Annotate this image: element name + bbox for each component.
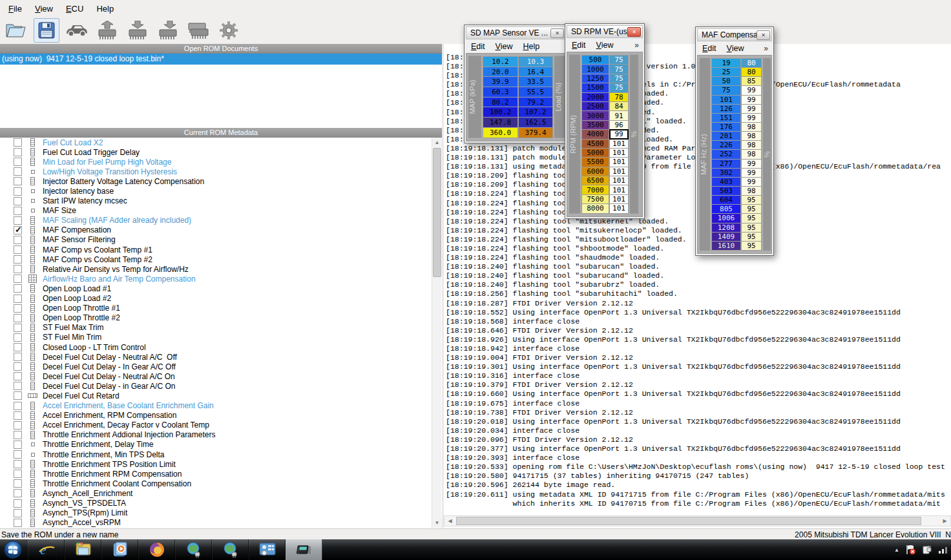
- data-value-cell[interactable]: 75: [610, 56, 628, 64]
- metadata-checkbox[interactable]: [14, 382, 22, 390]
- data-value-cell[interactable]: 75: [610, 83, 628, 92]
- data-value-cell[interactable]: 101: [610, 140, 628, 148]
- metadata-label[interactable]: Low/High Voltage Transition Hysteresis: [43, 167, 177, 176]
- metadata-item[interactable]: Accel Enrichment, Base Coolant Enrichmen…: [0, 401, 442, 411]
- axis-value-cell[interactable]: 6000: [582, 167, 609, 176]
- metadata-checkbox[interactable]: [14, 411, 22, 420]
- data-value-cell[interactable]: 95: [742, 233, 761, 241]
- metadata-checkbox[interactable]: [14, 441, 22, 449]
- metadata-item[interactable]: Injector Battery Voltage Latency Compens…: [0, 176, 442, 186]
- metadata-item[interactable]: ST Fuel Max Trim: [0, 323, 442, 333]
- axis-value-cell[interactable]: 151: [712, 114, 740, 122]
- data-value-cell[interactable]: 99: [742, 178, 761, 186]
- metadata-checkbox[interactable]: [14, 167, 22, 176]
- data-value-cell[interactable]: 96: [610, 121, 628, 129]
- taskbar-media-player[interactable]: [101, 539, 138, 560]
- metadata-item[interactable]: Open Loop Throttle #1: [0, 304, 442, 313]
- metadata-item[interactable]: Throttle Enrichment Addional Injection P…: [0, 430, 442, 440]
- data-value-cell[interactable]: 95: [742, 242, 761, 250]
- axis-value-cell[interactable]: 500: [582, 56, 609, 64]
- metadata-label[interactable]: Throttle Enrichment, Delay Time: [43, 440, 153, 449]
- vehicle-button[interactable]: [64, 18, 90, 43]
- scroll-down-arrow-icon[interactable]: ▼: [432, 518, 442, 528]
- metadata-checkbox[interactable]: [14, 470, 22, 478]
- metadata-item[interactable]: Throttle Enrichment Coolant Compensation: [0, 479, 442, 488]
- taskbar-network-tool-1[interactable]: [175, 539, 212, 560]
- metadata-label[interactable]: Decel Fuel Cut Delay - Neutral A/C Off: [43, 353, 177, 362]
- scroll-left-arrow-icon[interactable]: ◀: [444, 516, 455, 526]
- metadata-label[interactable]: Accel Enrichment, Decay Factor v Coolant…: [43, 420, 209, 430]
- metadata-checkbox[interactable]: [14, 479, 22, 488]
- metadata-label[interactable]: Fuel Cut Load Trigger Delay: [43, 148, 140, 157]
- axis-value-cell[interactable]: 201: [712, 132, 740, 140]
- scroll-up-arrow-icon[interactable]: ▲: [432, 138, 442, 147]
- metadata-checkbox[interactable]: [14, 245, 22, 254]
- data-value-cell[interactable]: 75: [610, 65, 628, 73]
- axis-value-cell[interactable]: 1006: [712, 214, 740, 222]
- data-value-cell[interactable]: 85: [742, 77, 761, 85]
- metadata-checkbox[interactable]: [14, 391, 22, 400]
- axis-value-cell[interactable]: 5500: [582, 158, 609, 166]
- rom-document-item[interactable]: (using now) 9417 12-5-19 closed loop tes…: [0, 54, 442, 65]
- window-menu-item-edit[interactable]: Edit: [471, 42, 485, 51]
- metadata-item[interactable]: ST Fuel Min Trim: [0, 333, 442, 342]
- data-value-cell[interactable]: 98: [742, 123, 761, 131]
- axis-value-cell[interactable]: 39.9: [483, 77, 517, 87]
- metadata-item[interactable]: Open Loop Load #1: [0, 284, 442, 293]
- taskbar-firefox[interactable]: [138, 539, 175, 560]
- metadata-item[interactable]: Open Loop Throttle #2: [0, 313, 442, 323]
- menu-item-file[interactable]: File: [3, 1, 28, 16]
- metadata-label[interactable]: Throttle Enrichment RPM Compensation: [43, 470, 182, 479]
- window-menu-item-view[interactable]: View: [596, 41, 614, 50]
- axis-value-cell[interactable]: 19: [712, 59, 740, 67]
- metadata-checkbox[interactable]: [14, 265, 22, 273]
- metadata-checkbox[interactable]: [14, 304, 22, 313]
- start-button[interactable]: [2, 540, 24, 559]
- metadata-checkbox[interactable]: [14, 177, 22, 185]
- axis-value-cell[interactable]: 100.2: [483, 107, 517, 117]
- metadata-checkbox[interactable]: [14, 216, 22, 225]
- data-value-cell[interactable]: 78: [610, 93, 628, 101]
- scrollbar-thumb[interactable]: [433, 148, 441, 277]
- data-value-cell[interactable]: 99: [742, 169, 761, 177]
- metadata-checkbox[interactable]: [14, 295, 22, 303]
- metadata-label[interactable]: ST Fuel Max Trim: [43, 323, 103, 332]
- data-value-cell[interactable]: 33.5: [519, 77, 552, 87]
- metadata-item[interactable]: Fuel Cut Load X2: [0, 138, 442, 147]
- axis-value-cell[interactable]: 7500: [582, 195, 609, 203]
- metadata-label[interactable]: Fuel Cut Load X2: [43, 138, 103, 147]
- metadata-item[interactable]: Low/High Voltage Transition Hysteresis: [0, 167, 442, 176]
- metadata-label[interactable]: Throttle Enrichment TPS Position Limit: [43, 460, 176, 469]
- metadata-checkbox[interactable]: [14, 450, 22, 459]
- log-horizontal-scrollbar[interactable]: ◀ ▶: [444, 515, 951, 526]
- axis-value-cell[interactable]: 75: [712, 86, 740, 94]
- metadata-checkbox[interactable]: [14, 324, 22, 332]
- metadata-checkbox[interactable]: [14, 226, 22, 234]
- metadata-item[interactable]: MAF Sensor Filtering: [0, 235, 442, 245]
- metadata-checkbox[interactable]: [14, 509, 22, 517]
- metadata-item[interactable]: Throttle Enrichment TPS Position Limit: [0, 459, 442, 469]
- read-from-ecu-button[interactable]: [94, 18, 120, 43]
- metadata-item[interactable]: MAF Comp vs Coolant Temp #1: [0, 245, 442, 254]
- metadata-label[interactable]: MAF Size: [43, 206, 76, 215]
- taskbar-network-tool-2[interactable]: [212, 539, 249, 560]
- metadata-item[interactable]: Start IPW latency mcsec: [0, 196, 442, 206]
- metadata-label[interactable]: Open Loop Throttle #2: [43, 313, 120, 322]
- metadata-label[interactable]: MAF Scaling (MAF Adder already included): [43, 216, 191, 225]
- window-titlebar[interactable]: SD RPM VE-(usi...✕: [567, 25, 643, 38]
- axis-value-cell[interactable]: 147.8: [483, 118, 517, 127]
- axis-value-cell[interactable]: 503: [712, 187, 740, 195]
- metadata-item[interactable]: Injector latency base: [0, 186, 442, 196]
- data-value-cell[interactable]: 99: [742, 105, 761, 113]
- metadata-checkbox[interactable]: [14, 148, 22, 156]
- metadata-checkbox[interactable]: [14, 236, 22, 244]
- axis-value-cell[interactable]: 4000: [582, 130, 609, 138]
- axis-value-cell[interactable]: 805: [712, 205, 740, 213]
- metadata-item[interactable]: Throttle Enrichment, Min TPS Delta: [0, 450, 442, 459]
- axis-value-cell[interactable]: 302: [712, 169, 740, 177]
- metadata-checkbox[interactable]: [14, 421, 22, 430]
- metadata-item[interactable]: Asynch_TPS(Rpm) Limit: [0, 508, 442, 518]
- data-value-cell[interactable]: 99: [610, 130, 628, 138]
- metadata-item[interactable]: Decel Fuel Cut Delay - in Gear A/C On: [0, 381, 442, 391]
- axis-value-cell[interactable]: 20.0: [483, 67, 517, 77]
